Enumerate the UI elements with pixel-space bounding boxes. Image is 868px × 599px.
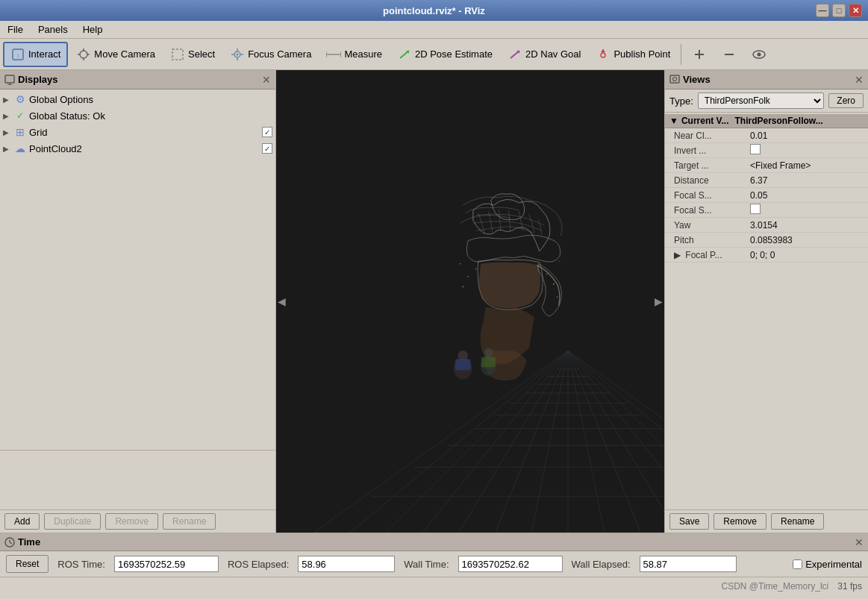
watermark-text: CSDN @Time_Memory_lci [722, 581, 829, 592]
focal-point-arrow[interactable]: ▶ [674, 250, 681, 260]
menu-file[interactable]: File [4, 23, 26, 36]
tree-item-pointcloud[interactable]: ▶ ☁ PointCloud2 [0, 140, 275, 157]
views-prop-focal-point[interactable]: ▶ Focal P... 0; 0; 0 [665, 248, 868, 263]
svg-rect-71 [481, 357, 496, 367]
close-button[interactable]: ✕ [849, 4, 862, 17]
rename-view-button[interactable]: Rename [771, 513, 824, 530]
focus-camera-button[interactable]: Focus Camera [223, 42, 318, 67]
target-value: <Fixed Frame> [750, 160, 865, 171]
time-title: Time [4, 536, 40, 548]
main-content: Displays ✕ ▶ ⚙ Global Options ▶ ✓ Global… [0, 70, 868, 533]
pointcloud-label: PointCloud2 [29, 143, 259, 154]
time-close-button[interactable]: ✕ [855, 536, 864, 548]
remove-button[interactable]: Remove [105, 513, 158, 530]
focal-shape1-value: 0.05 [750, 190, 865, 201]
global-status-arrow[interactable]: ▶ [3, 112, 13, 120]
type-select[interactable]: ThirdPersonFolk [698, 92, 825, 109]
views-prop-focal-shape1[interactable]: Focal S... 0.05 [665, 188, 868, 203]
ros-time-field[interactable] [114, 556, 219, 572]
current-view-arrow[interactable]: ▼ [669, 116, 678, 126]
pitch-value: 0.0853983 [750, 235, 865, 245]
menu-help[interactable]: Help [80, 23, 106, 36]
svg-point-63 [557, 296, 558, 297]
focal-shape2-checkbox[interactable] [750, 204, 761, 214]
views-tree: ▼ Current V... ThirdPersonFollow... Near… [665, 113, 868, 509]
views-type-row: Type: ThirdPersonFolk Zero [665, 90, 868, 113]
tree-item-global-status[interactable]: ▶ ✓ Global Status: Ok [0, 107, 275, 124]
pointcloud-checkbox[interactable] [262, 143, 272, 154]
publish-point-button[interactable]: Publish Point [589, 42, 677, 67]
current-view-header[interactable]: ▼ Current V... ThirdPersonFollow... [665, 114, 868, 128]
viewport-arrow-right[interactable]: ▶ [655, 295, 663, 307]
interact-button[interactable]: ↕ Interact [3, 42, 68, 67]
views-title-text: Views [683, 74, 711, 85]
views-prop-focal-shape2[interactable]: Focal S... [665, 203, 868, 218]
measure-icon [326, 47, 341, 62]
reset-button[interactable]: Reset [6, 555, 49, 573]
nav-icon [508, 47, 522, 62]
viewport-arrow-left[interactable]: ◀ [278, 295, 286, 307]
experimental-label: Experimental [805, 559, 862, 570]
experimental-checkbox[interactable] [793, 559, 802, 569]
views-prop-yaw[interactable]: Yaw 3.0154 [665, 218, 868, 233]
cursor-icon: ↕ [10, 47, 25, 62]
svg-point-73 [673, 77, 677, 81]
grid-icon: ⊞ [13, 125, 27, 139]
minimize-button[interactable]: — [816, 4, 829, 17]
status-bar: CSDN @Time_Memory_lci 31 fps [0, 577, 868, 595]
select-label: Select [188, 48, 215, 60]
global-options-arrow[interactable]: ▶ [3, 95, 13, 104]
svg-rect-29 [5, 75, 14, 83]
invert-checkbox[interactable] [750, 144, 761, 154]
svg-rect-7 [172, 49, 183, 60]
add-display-button[interactable] [685, 42, 714, 67]
tree-item-global-options[interactable]: ▶ ⚙ Global Options [0, 91, 275, 107]
nav-goal-button[interactable]: 2D Nav Goal [501, 42, 587, 67]
views-prop-pitch[interactable]: Pitch 0.0853983 [665, 233, 868, 248]
remove-view-button[interactable]: Remove [714, 513, 766, 530]
view-options-button[interactable] [745, 42, 773, 67]
save-view-button[interactable]: Save [669, 513, 709, 530]
wall-elapsed-field[interactable] [640, 556, 737, 572]
svg-point-62 [460, 263, 460, 264]
tree-item-grid[interactable]: ▶ ⊞ Grid [0, 124, 275, 140]
rename-button[interactable]: Rename [163, 513, 216, 530]
svg-line-44 [568, 351, 664, 533]
menu-panels[interactable]: Panels [35, 23, 71, 36]
pose-estimate-button[interactable]: 2D Pose Estimate [390, 42, 499, 67]
views-close-button[interactable]: ✕ [855, 74, 864, 86]
views-prop-target[interactable]: Target ... <Fixed Frame> [665, 158, 868, 173]
publish-icon [596, 47, 611, 62]
3d-viewport[interactable]: ◀ ▶ [276, 70, 664, 533]
pointcloud-arrow[interactable]: ▶ [3, 145, 13, 153]
displays-panel-header: Displays ✕ [0, 70, 275, 90]
views-panel: Views ✕ Type: ThirdPersonFolk Zero ▼ Cur… [664, 70, 868, 533]
ros-elapsed-field[interactable] [298, 556, 395, 572]
yaw-label: Yaw [668, 220, 750, 230]
wall-time-field[interactable] [458, 556, 563, 572]
svg-point-28 [758, 52, 761, 56]
current-view-name: Current V... [681, 116, 729, 126]
remove-display-button[interactable] [715, 42, 743, 67]
maximize-button[interactable]: □ [832, 4, 846, 17]
move-camera-button[interactable]: Move Camera [69, 42, 162, 67]
add-button[interactable]: Add [4, 513, 40, 530]
nearclip-label: Near Cl... [668, 131, 750, 141]
invert-value [750, 144, 865, 157]
grid-checkbox[interactable] [262, 127, 272, 137]
window-controls: — □ ✕ [816, 4, 862, 17]
grid-arrow[interactable]: ▶ [3, 128, 13, 137]
views-prop-invert[interactable]: Invert ... [665, 143, 868, 158]
views-prop-distance[interactable]: Distance 6.37 [665, 173, 868, 188]
views-prop-nearclip[interactable]: Near Cl... 0.01 [665, 128, 868, 143]
publish-point-label: Publish Point [613, 48, 670, 60]
wall-time-label: Wall Time: [404, 559, 449, 570]
measure-button[interactable]: Measure [319, 42, 389, 67]
focal-shape1-label: Focal S... [668, 190, 750, 201]
zero-button[interactable]: Zero [828, 93, 864, 108]
select-button[interactable]: Select [163, 42, 222, 67]
displays-tree: ▶ ⚙ Global Options ▶ ✓ Global Status: Ok… [0, 90, 275, 450]
duplicate-button[interactable]: Duplicate [44, 513, 101, 530]
distance-value: 6.37 [750, 175, 865, 186]
displays-close-button[interactable]: ✕ [262, 74, 271, 86]
